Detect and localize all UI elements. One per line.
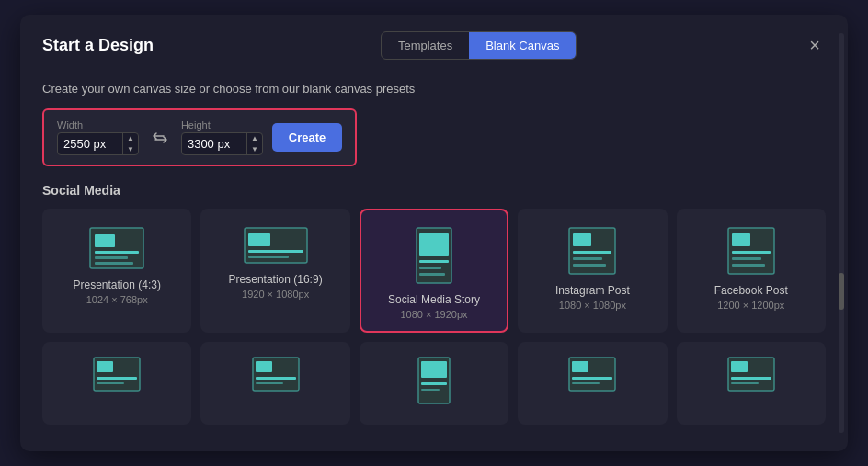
svg-rect-21 — [732, 251, 771, 254]
width-increment[interactable]: ▲ — [123, 133, 138, 144]
preset-icon-square-fb — [727, 227, 775, 275]
swap-button[interactable] — [148, 126, 172, 150]
width-input[interactable] — [58, 133, 122, 154]
svg-rect-23 — [732, 264, 765, 267]
preset-presentation-16-9[interactable]: Presentation (16:9) 1920 × 1080px — [200, 209, 349, 333]
svg-rect-4 — [95, 262, 133, 265]
scrollbar-thumb[interactable] — [839, 273, 844, 310]
svg-rect-26 — [97, 377, 137, 380]
tab-templates[interactable]: Templates — [382, 32, 469, 59]
svg-rect-7 — [248, 250, 303, 253]
preset-name-facebook: Facebook Post — [714, 284, 788, 297]
preset-icon-portrait — [416, 227, 452, 284]
scrollbar-track — [839, 33, 844, 433]
presets-row-2 — [42, 342, 826, 425]
svg-rect-39 — [572, 382, 600, 384]
modal-body: Create your own canvas size or choose fr… — [20, 73, 848, 439]
svg-rect-43 — [731, 382, 759, 384]
svg-rect-10 — [419, 233, 449, 256]
width-label: Width — [57, 119, 139, 131]
height-increment[interactable]: ▲ — [247, 133, 262, 144]
preset-size-4-3: 1024 × 768px — [86, 294, 148, 305]
svg-rect-25 — [97, 361, 113, 372]
height-decrement[interactable]: ▼ — [247, 144, 262, 155]
width-decrement[interactable]: ▼ — [123, 144, 138, 155]
modal-tabs: Templates Blank Canvas — [381, 31, 577, 60]
svg-rect-30 — [256, 377, 296, 380]
height-input[interactable] — [182, 133, 246, 154]
svg-rect-15 — [573, 233, 591, 246]
preset-facebook-post[interactable]: Facebook Post 1200 × 1200px — [677, 209, 826, 333]
preset-social-story[interactable]: Social Media Story 1080 × 1920px — [360, 209, 508, 333]
preset-presentation-4-3[interactable]: Presentation (4:3) 1024 × 768px — [42, 209, 191, 333]
svg-rect-17 — [573, 257, 602, 260]
svg-rect-37 — [572, 361, 588, 372]
svg-rect-35 — [421, 389, 440, 391]
svg-rect-11 — [419, 260, 449, 263]
svg-rect-2 — [95, 251, 139, 254]
svg-rect-18 — [573, 264, 606, 267]
svg-rect-29 — [256, 361, 272, 372]
svg-rect-13 — [419, 273, 445, 276]
preset-name-instagram: Instagram Post — [555, 284, 630, 297]
width-input-group: Width ▲ ▼ — [57, 119, 139, 155]
preset-name-16-9: Presentation (16:9) — [229, 273, 323, 286]
modal-title: Start a Design — [42, 36, 154, 55]
svg-rect-16 — [573, 251, 611, 254]
presets-grid: Presentation (4:3) 1024 × 768px Presenta… — [42, 209, 826, 333]
preset-row2-0[interactable] — [42, 342, 191, 425]
preset-icon-square — [568, 227, 616, 275]
tab-blank-canvas[interactable]: Blank Canvas — [469, 32, 576, 59]
height-label: Height — [181, 119, 263, 131]
modal-header: Start a Design Templates Blank Canvas × — [20, 15, 848, 73]
modal: Start a Design Templates Blank Canvas × … — [20, 15, 848, 451]
svg-rect-22 — [732, 257, 761, 260]
svg-rect-12 — [419, 267, 441, 269]
modal-overlay: Start a Design Templates Blank Canvas × … — [0, 0, 868, 466]
svg-rect-42 — [731, 377, 771, 380]
preset-icon-landscape — [89, 227, 144, 269]
height-input-spinner: ▲ ▼ — [181, 132, 263, 155]
svg-rect-20 — [732, 233, 750, 246]
preset-size-16-9: 1920 × 1080px — [242, 289, 309, 300]
preset-row2-2[interactable] — [360, 342, 508, 425]
preset-name-story: Social Media Story — [388, 293, 480, 306]
svg-rect-31 — [256, 382, 283, 384]
svg-rect-33 — [421, 361, 447, 378]
height-input-group: Height ▲ ▼ — [181, 119, 263, 155]
section-label: Social Media — [42, 183, 826, 198]
create-button[interactable]: Create — [272, 123, 342, 152]
preset-size-facebook: 1200 × 1200px — [717, 300, 784, 311]
preset-size-instagram: 1080 × 1080px — [559, 300, 626, 311]
subtitle-text: Create your own canvas size or choose fr… — [42, 82, 826, 96]
canvas-size-row: Width ▲ ▼ Height — [42, 108, 357, 166]
preset-row2-3[interactable] — [518, 342, 667, 425]
svg-rect-1 — [95, 234, 115, 247]
svg-rect-8 — [248, 256, 289, 258]
width-spinners: ▲ ▼ — [122, 133, 138, 154]
svg-rect-6 — [248, 233, 270, 246]
preset-instagram-post[interactable]: Instagram Post 1080 × 1080px — [518, 209, 667, 333]
svg-rect-41 — [731, 361, 748, 372]
preset-name-4-3: Presentation (4:3) — [74, 278, 161, 291]
preset-icon-landscape-wide — [244, 227, 308, 264]
preset-row2-4[interactable] — [677, 342, 826, 425]
preset-row2-1[interactable] — [200, 342, 349, 425]
svg-rect-34 — [421, 382, 447, 385]
width-input-spinner: ▲ ▼ — [57, 132, 139, 155]
close-button[interactable]: × — [804, 33, 826, 58]
svg-rect-38 — [572, 377, 612, 380]
height-spinners: ▲ ▼ — [246, 133, 262, 154]
svg-rect-3 — [95, 256, 128, 259]
svg-rect-27 — [97, 382, 124, 384]
preset-size-story: 1080 × 1920px — [400, 309, 467, 320]
